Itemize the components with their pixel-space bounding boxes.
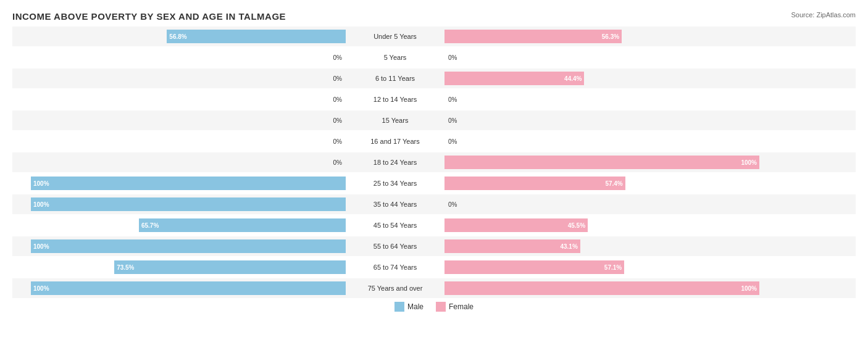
male-value: 100% (33, 285, 49, 292)
right-bar-area: 44.4% (444, 69, 778, 88)
age-label: 45 to 54 Years (346, 222, 444, 229)
chart-container: INCOME ABOVE POVERTY BY SEX AND AGE IN T… (0, 0, 868, 345)
right-bar-area: 100% (444, 152, 778, 172)
table-row: 100% 25 to 34 Years 57.4% (12, 173, 856, 193)
left-bar-area: 0% (12, 152, 346, 172)
age-label: 6 to 11 Years (346, 75, 444, 82)
female-value: 57.4% (605, 180, 622, 187)
male-value: 0% (333, 138, 344, 145)
male-value: 65.7% (141, 222, 159, 229)
age-label: 15 Years (346, 117, 444, 124)
female-value: 0% (446, 117, 457, 124)
table-row: 0% 12 to 14 Years 0% (12, 89, 856, 109)
female-value: 100% (741, 159, 757, 166)
female-value: 57.1% (604, 264, 622, 271)
table-row: 73.5% 65 to 74 Years 57.1% (12, 257, 856, 277)
age-label: 35 to 44 Years (346, 201, 444, 208)
table-row: 100% 35 to 44 Years 0% (12, 194, 856, 214)
left-bar-area: 0% (12, 89, 346, 109)
age-label: 25 to 34 Years (346, 180, 444, 187)
bar-male: 100% (31, 281, 346, 295)
left-bar-area: 100% (12, 173, 346, 193)
bar-male: 100% (31, 177, 346, 190)
bar-female: 44.4% (444, 72, 584, 85)
male-value: 100% (33, 201, 49, 208)
legend-female-box (436, 302, 446, 312)
right-bar-area: 57.1% (444, 257, 778, 277)
female-value: 100% (741, 285, 757, 292)
age-label: 16 and 17 Years (346, 138, 444, 145)
legend: Male Female (12, 302, 856, 312)
female-value: 44.4% (564, 75, 582, 82)
bar-male: 56.8% (167, 30, 346, 43)
table-row: 65.7% 45 to 54 Years 45.5% (12, 215, 856, 235)
right-bar-area: 0% (444, 48, 778, 67)
age-label: 18 to 24 Years (346, 159, 444, 166)
left-bar-area: 0% (12, 110, 346, 130)
chart-title: INCOME ABOVE POVERTY BY SEX AND AGE IN T… (12, 11, 856, 22)
legend-female-label: Female (449, 302, 474, 311)
source-label: Source: ZipAtlas.com (791, 11, 856, 19)
right-bar-area: 100% (444, 278, 778, 298)
chart-area: 56.8% Under 5 Years 56.3% 0% 5 Years 0% … (12, 27, 856, 312)
table-row: 0% 5 Years 0% (12, 48, 856, 67)
bar-female: 56.3% (444, 30, 622, 43)
male-value: 0% (333, 75, 344, 82)
bar-male: 65.7% (139, 218, 346, 232)
age-label: 75 Years and over (346, 285, 444, 292)
bar-female: 100% (444, 156, 759, 169)
bar-male: 100% (31, 239, 346, 253)
legend-male: Male (394, 302, 424, 312)
age-label: 12 to 14 Years (346, 96, 444, 103)
table-row: 0% 16 and 17 Years 0% (12, 131, 856, 151)
bar-female: 45.5% (444, 218, 588, 232)
female-value: 56.3% (602, 33, 619, 40)
left-bar-area: 0% (12, 69, 346, 88)
male-value: 56.8% (169, 33, 186, 40)
male-value: 100% (33, 243, 49, 250)
right-bar-area: 0% (444, 194, 778, 214)
age-label: 55 to 64 Years (346, 243, 444, 250)
female-value: 0% (446, 138, 457, 145)
table-row: 100% 75 Years and over 100% (12, 278, 856, 298)
male-value: 73.5% (117, 264, 134, 271)
bar-female: 57.1% (444, 260, 624, 274)
age-label: Under 5 Years (346, 33, 444, 40)
left-bar-area: 100% (12, 278, 346, 298)
female-value: 0% (446, 54, 457, 61)
male-value: 0% (333, 54, 344, 61)
male-value: 0% (333, 117, 344, 124)
left-bar-area: 100% (12, 194, 346, 214)
bar-female: 100% (444, 281, 759, 295)
table-row: 0% 18 to 24 Years 100% (12, 152, 856, 172)
female-value: 45.5% (568, 222, 585, 229)
bar-male: 100% (31, 197, 346, 211)
bar-female: 43.1% (444, 239, 580, 253)
legend-male-label: Male (407, 302, 424, 311)
right-bar-area: 43.1% (444, 236, 778, 256)
right-bar-area: 0% (444, 110, 778, 130)
female-value: 0% (446, 201, 457, 208)
female-value: 43.1% (560, 243, 577, 250)
table-row: 0% 6 to 11 Years 44.4% (12, 69, 856, 88)
left-bar-area: 100% (12, 236, 346, 256)
right-bar-area: 0% (444, 89, 778, 109)
female-value: 0% (446, 96, 457, 103)
left-bar-area: 0% (12, 48, 346, 67)
male-value: 0% (333, 159, 344, 166)
right-bar-area: 45.5% (444, 215, 778, 235)
left-bar-area: 65.7% (12, 215, 346, 235)
table-row: 100% 55 to 64 Years 43.1% (12, 236, 856, 256)
age-label: 65 to 74 Years (346, 264, 444, 271)
bar-female: 57.4% (444, 177, 625, 190)
legend-male-box (394, 302, 404, 312)
left-bar-area: 73.5% (12, 257, 346, 277)
left-bar-area: 56.8% (12, 27, 346, 46)
right-bar-area: 56.3% (444, 27, 778, 46)
left-bar-area: 0% (12, 131, 346, 151)
rows-wrapper: 56.8% Under 5 Years 56.3% 0% 5 Years 0% … (12, 27, 856, 298)
age-label: 5 Years (346, 54, 444, 61)
male-value: 100% (33, 180, 49, 187)
legend-female: Female (436, 302, 474, 312)
male-value: 0% (333, 96, 344, 103)
